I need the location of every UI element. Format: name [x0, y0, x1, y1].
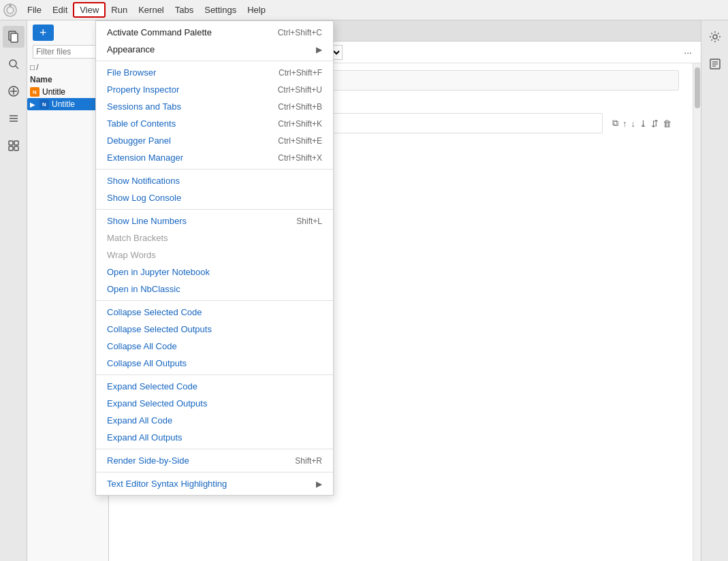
menu-item-shortcut: Shift+L	[296, 217, 322, 226]
notebook-scrollbar[interactable]	[693, 63, 701, 561]
menu-file-browser[interactable]: File Browser Ctrl+Shift+F	[96, 64, 333, 81]
menu-item-label: Collapse Selected Outputs	[107, 324, 212, 334]
menu-item-shortcut: Ctrl+Shift+C	[278, 28, 322, 37]
menu-item-label: Collapse Selected Code	[107, 307, 202, 317]
menu-item-label: Text Editor Syntax Highlighting	[107, 479, 227, 489]
menu-tabs[interactable]: Tabs	[170, 3, 199, 16]
menu-item-label: Expand Selected Outputs	[107, 398, 207, 408]
cell-delete-btn[interactable]: 🗑	[661, 117, 673, 130]
menu-sep-4	[96, 300, 333, 301]
files-icon[interactable]	[3, 26, 25, 48]
menu-collapse-selected-code[interactable]: Collapse Selected Code	[96, 304, 333, 321]
svg-rect-16	[14, 146, 18, 150]
menu-text-editor-syntax[interactable]: Text Editor Syntax Highlighting ▶	[96, 475, 333, 492]
cell-copy-btn[interactable]: ⧉	[611, 116, 620, 130]
menu-property-inspector[interactable]: Property Inspector Ctrl+Shift+U	[96, 81, 333, 98]
file-name: Untitle	[42, 87, 65, 97]
menu-appearance[interactable]: Appearance ▶	[96, 41, 333, 58]
menu-sep-2	[96, 169, 333, 170]
menu-item-label: Show Log Console	[107, 193, 181, 203]
menu-item-shortcut: Ctrl+Shift+X	[278, 153, 322, 163]
search-icon[interactable]	[3, 53, 25, 75]
menu-sessions-tabs[interactable]: Sessions and Tabs Ctrl+Shift+B	[96, 98, 333, 115]
menu-item-label: Collapse All Code	[107, 341, 177, 351]
activity-bar	[0, 20, 27, 561]
right-activity-bar	[701, 20, 728, 561]
menu-kernel[interactable]: Kernel	[133, 3, 170, 16]
menu-item-label: Expand Selected Code	[107, 381, 197, 391]
settings-icon[interactable]	[704, 26, 726, 48]
menu-show-log-console[interactable]: Show Log Console	[96, 189, 333, 206]
menu-item-label: Open in NbClassic	[107, 284, 180, 294]
menu-expand-selected-outputs[interactable]: Expand Selected Outputs	[96, 395, 333, 412]
submenu-arrow-icon: ▶	[316, 479, 322, 489]
menu-render-side-by-side[interactable]: Render Side-by-Side Shift+R	[96, 452, 333, 469]
svg-rect-13	[9, 141, 13, 145]
cell-merge-btn[interactable]: ⤓	[638, 117, 648, 130]
menu-item-label: Render Side-by-Side	[107, 455, 189, 466]
menu-item-shortcut: Ctrl+Shift+U	[278, 85, 322, 95]
menu-settings[interactable]: Settings	[199, 3, 242, 16]
menubar: File Edit View Run Kernel Tabs Settings …	[0, 0, 728, 20]
menu-wrap-words: Wrap Words	[96, 246, 333, 263]
menu-show-line-numbers[interactable]: Show Line Numbers Shift+L	[96, 212, 333, 229]
menu-item-label: Table of Contents	[107, 118, 176, 129]
menu-view[interactable]: View	[73, 2, 106, 18]
menu-activate-command-palette[interactable]: Activate Command Palette Ctrl+Shift+C	[96, 24, 333, 41]
menu-open-in-nbclassic[interactable]: Open in NbClassic	[96, 280, 333, 298]
menu-item-shortcut: Shift+R	[295, 456, 322, 466]
extensions-icon[interactable]	[3, 135, 25, 157]
cell-move-up-btn[interactable]: ↑	[621, 117, 629, 130]
menu-debugger-panel[interactable]: Debugger Panel Ctrl+Shift+E	[96, 132, 333, 149]
menu-expand-all-code[interactable]: Expand All Code	[96, 412, 333, 429]
svg-line-6	[16, 66, 18, 69]
menu-item-label: Expand All Outputs	[107, 432, 183, 443]
menu-show-notifications[interactable]: Show Notifications	[96, 172, 333, 189]
menu-item-label: Appearance	[107, 44, 155, 54]
property-inspector-icon[interactable]	[704, 53, 726, 75]
menu-table-of-contents[interactable]: Table of Contents Ctrl+Shift+K	[96, 115, 333, 132]
menu-expand-all-outputs[interactable]: Expand All Outputs	[96, 429, 333, 446]
menu-item-shortcut: Ctrl+Shift+B	[278, 102, 322, 112]
menu-item-label: Show Notifications	[107, 176, 180, 186]
menu-collapse-all-code[interactable]: Collapse All Code	[96, 338, 333, 355]
menu-open-in-jupyter-notebook[interactable]: Open in Jupyter Notebook	[96, 263, 333, 280]
menu-sep-3	[96, 209, 333, 210]
menu-item-label: Debugger Panel	[107, 135, 171, 146]
scrollbar-thumb	[695, 67, 700, 108]
menu-item-shortcut: Ctrl+Shift+F	[279, 68, 322, 78]
toc-icon[interactable]	[3, 108, 25, 129]
menu-extension-manager[interactable]: Extension Manager Ctrl+Shift+X	[96, 149, 333, 166]
file-name-active: Untitle	[52, 99, 75, 109]
menu-run[interactable]: Run	[106, 3, 133, 16]
more-options-button[interactable]: ···	[680, 45, 695, 60]
svg-point-5	[10, 60, 16, 67]
menu-file[interactable]: File	[22, 3, 47, 16]
svg-point-1	[7, 7, 14, 14]
cell-2-tools: ⧉ ↑ ↓ ⤓ ⇵ 🗑	[608, 115, 676, 131]
menu-collapse-selected-outputs[interactable]: Collapse Selected Outputs	[96, 321, 333, 338]
cell-move-down-btn[interactable]: ↓	[630, 117, 637, 130]
cell-split-btn[interactable]: ⇵	[650, 117, 660, 130]
menu-sep-5	[96, 374, 333, 375]
notebook-icon-active: N	[39, 99, 49, 109]
svg-point-20	[713, 35, 717, 39]
menu-sep-1	[96, 61, 333, 61]
menu-item-label: Activate Command Palette	[107, 27, 212, 37]
menu-sep-7	[96, 472, 333, 472]
menu-help[interactable]: Help	[242, 3, 271, 16]
menu-item-label: Show Line Numbers	[107, 216, 187, 226]
submenu-arrow-icon: ▶	[316, 45, 322, 54]
expand-icon: ▶	[30, 101, 35, 108]
new-button[interactable]: +	[33, 25, 54, 41]
menu-item-label: Extension Manager	[107, 153, 183, 163]
notebook-icon: N	[30, 87, 39, 97]
app-logo	[3, 3, 18, 18]
menu-item-shortcut: Ctrl+Shift+K	[278, 119, 322, 129]
menu-match-brackets: Match Brackets	[96, 229, 333, 246]
menu-collapse-all-outputs[interactable]: Collapse All Outputs	[96, 355, 333, 372]
menu-expand-selected-code[interactable]: Expand Selected Code	[96, 378, 333, 395]
running-icon[interactable]	[3, 80, 25, 102]
menu-item-label: Collapse All Outputs	[107, 358, 187, 368]
menu-edit[interactable]: Edit	[47, 3, 73, 16]
